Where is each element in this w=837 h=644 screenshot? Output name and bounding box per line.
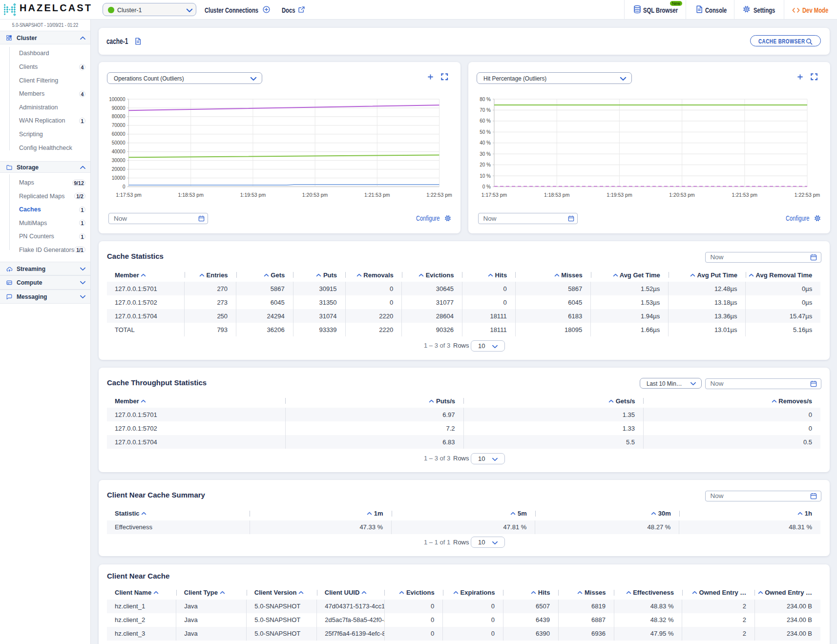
svg-text:1:18:53 pm: 1:18:53 pm <box>178 192 204 198</box>
svg-text:90000: 90000 <box>112 105 126 111</box>
svg-text:1:18:53 pm: 1:18:53 pm <box>544 192 569 198</box>
svg-text:50000: 50000 <box>112 140 126 145</box>
svg-text:100000: 100000 <box>109 97 126 102</box>
svg-text:50 %: 50 % <box>480 129 491 135</box>
svg-text:1:20:53 pm: 1:20:53 pm <box>669 192 695 198</box>
svg-text:70000: 70000 <box>112 123 126 128</box>
svg-text:60000: 60000 <box>112 131 126 137</box>
svg-text:1:19:53 pm: 1:19:53 pm <box>240 192 266 198</box>
svg-text:1:19:53 pm: 1:19:53 pm <box>607 192 632 198</box>
svg-text:0: 0 <box>123 184 126 189</box>
svg-text:40000: 40000 <box>112 149 126 154</box>
svg-text:10 %: 10 % <box>480 173 491 179</box>
svg-text:1:20:53 pm: 1:20:53 pm <box>302 192 328 198</box>
svg-text:80000: 80000 <box>112 114 126 119</box>
svg-text:10000: 10000 <box>112 175 126 181</box>
svg-text:40 %: 40 % <box>480 140 491 145</box>
svg-text:80 %: 80 % <box>480 97 491 102</box>
svg-text:30 %: 30 % <box>480 151 491 157</box>
svg-text:0 %: 0 % <box>482 184 490 189</box>
svg-text:1:21:53 pm: 1:21:53 pm <box>732 192 757 198</box>
svg-text:20000: 20000 <box>112 166 126 172</box>
svg-text:30000: 30000 <box>112 158 126 163</box>
svg-text:1:21:53 pm: 1:21:53 pm <box>364 192 390 198</box>
svg-text:1:17:53 pm: 1:17:53 pm <box>481 192 507 198</box>
svg-text:1:17:53 pm: 1:17:53 pm <box>116 192 142 198</box>
svg-text:20 %: 20 % <box>480 162 491 167</box>
svg-text:60 %: 60 % <box>480 118 491 124</box>
svg-text:1:22:53 pm: 1:22:53 pm <box>426 192 452 198</box>
svg-text:1:22:53 pm: 1:22:53 pm <box>794 192 820 198</box>
svg-text:70 %: 70 % <box>480 107 491 113</box>
